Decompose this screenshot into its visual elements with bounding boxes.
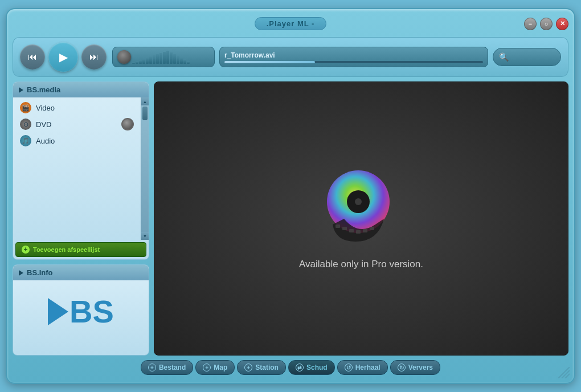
toolbar: ⏮ ▶ ⏭ r_Tomorrow.avi 🔍	[13, 37, 568, 77]
window-controls: − ○ ✕	[524, 18, 568, 30]
add-playlist-button[interactable]: + Toevoegen afspeellijst	[15, 242, 146, 257]
volume-bar-13	[177, 56, 179, 64]
track-info: r_Tomorrow.avi	[219, 47, 488, 67]
volume-bar-15	[183, 59, 186, 64]
svg-rect-5	[349, 229, 354, 232]
close-button[interactable]: ✕	[556, 18, 568, 30]
map-label: Map	[214, 364, 227, 371]
volume-bar-0	[132, 62, 135, 64]
bottom-btn-herhaal[interactable]: ↺Herhaal	[337, 360, 388, 375]
audio-label: Audio	[36, 137, 55, 145]
video-icon: 🎬	[20, 102, 31, 113]
media-panel-arrow	[19, 87, 23, 93]
volume-bar-6	[153, 55, 156, 64]
media-item-dvd[interactable]: ⊙ DVD	[13, 116, 141, 133]
volume-bar-7	[156, 54, 159, 64]
svg-rect-3	[335, 224, 340, 228]
play-button[interactable]: ▶	[48, 42, 78, 72]
window-title: .Player ML -	[255, 17, 327, 30]
dvd-dial[interactable]	[121, 118, 134, 130]
plus-icon: +	[22, 246, 30, 254]
svg-rect-4	[342, 227, 347, 230]
scrollbar-thumb[interactable]	[142, 107, 148, 120]
bottom-btn-station[interactable]: +Station	[237, 360, 286, 375]
bestand-label: Bestand	[159, 364, 186, 371]
media-item-audio[interactable]: 🎵 Audio	[13, 133, 141, 149]
bottom-btn-map[interactable]: +Map	[195, 360, 235, 375]
video-label: Video	[36, 104, 55, 112]
bottom-bar: +Bestand+Map+Station⇄Schud↺Herhaal↻Verve…	[13, 356, 568, 377]
herhaal-icon: ↺	[345, 364, 353, 371]
video-area: Available only in Pro version.	[154, 81, 568, 356]
media-panel-content: 🎬 Video ⊙ DVD 🎵 Audio	[13, 97, 149, 240]
corner-decoration	[558, 367, 570, 378]
app-window: .Player ML - − ○ ✕ ⏮ ▶ ⏭ r_Tomorrow.avi	[6, 8, 575, 384]
media-panel-title: BS.media	[27, 85, 60, 94]
info-panel: BS.Info BS	[13, 264, 149, 356]
rewind-button[interactable]: ⏮	[20, 44, 45, 70]
herhaal-label: Herhaal	[355, 364, 380, 371]
info-panel-title: BS.Info	[27, 268, 53, 277]
volume-bar-10	[166, 51, 169, 64]
bs-triangle-icon	[48, 298, 68, 325]
media-panel: BS.media 🎬 Video ⊙ DVD	[13, 81, 149, 260]
track-name: r_Tomorrow.avi	[224, 51, 483, 59]
playlist-button-label: Toevoegen afspeellijst	[33, 246, 100, 253]
media-item-video[interactable]: 🎬 Video	[13, 100, 141, 116]
volume-bars	[132, 50, 190, 64]
minimize-button[interactable]: −	[524, 18, 537, 30]
bottom-btn-ververs[interactable]: ↻Ververs	[390, 360, 440, 375]
fastforward-button[interactable]: ⏭	[81, 44, 107, 70]
volume-bar-1	[136, 61, 138, 64]
search-icon: 🔍	[499, 52, 509, 62]
volume-bar-9	[163, 52, 166, 64]
bottom-btn-schud[interactable]: ⇄Schud	[288, 360, 335, 375]
ververs-label: Ververs	[408, 364, 433, 371]
schud-label: Schud	[306, 364, 328, 371]
transport-controls: ⏮ ▶ ⏭	[20, 42, 107, 72]
station-label: Station	[255, 364, 279, 371]
media-scrollbar: ▲ ▼	[141, 97, 149, 240]
pro-version-message: Available only in Pro version.	[299, 259, 423, 270]
bs-logo-area: BS	[13, 280, 149, 343]
search-box[interactable]: 🔍	[493, 48, 561, 66]
volume-bar-14	[180, 58, 183, 64]
volume-bar-16	[187, 61, 190, 64]
media-panel-header: BS.media	[13, 82, 149, 97]
dvd-label: DVD	[36, 120, 51, 129]
volume-bar-5	[149, 56, 152, 64]
scrollbar-track	[141, 105, 149, 232]
svg-rect-7	[363, 229, 367, 232]
scrollbar-up-arrow[interactable]: ▲	[141, 97, 149, 105]
map-icon: +	[203, 364, 211, 371]
main-content: BS.media 🎬 Video ⊙ DVD	[13, 81, 568, 356]
svg-rect-6	[356, 230, 361, 234]
bs-logo-text: BS	[69, 296, 114, 328]
volume-knob[interactable]	[117, 50, 131, 64]
title-bar: .Player ML - − ○ ✕	[13, 15, 568, 32]
maximize-button[interactable]: ○	[540, 18, 553, 30]
scrollbar-down-arrow[interactable]: ▼	[141, 232, 149, 240]
info-panel-header: BS.Info	[13, 265, 149, 280]
volume-bar-11	[170, 52, 173, 64]
dvd-icon: ⊙	[20, 119, 31, 130]
station-icon: +	[244, 364, 252, 371]
volume-bar-4	[146, 58, 149, 64]
svg-rect-8	[370, 227, 374, 230]
schud-icon: ⇄	[296, 364, 304, 371]
volume-bar-12	[173, 54, 176, 64]
volume-track-area: r_Tomorrow.avi 🔍	[112, 47, 561, 67]
audio-icon: 🎵	[20, 135, 31, 146]
track-progress[interactable]	[224, 61, 483, 63]
ververs-icon: ↻	[398, 364, 406, 371]
bottom-btn-bestand[interactable]: +Bestand	[141, 360, 193, 375]
volume-bar[interactable]	[112, 47, 215, 67]
volume-bar-2	[139, 60, 142, 64]
svg-point-2	[355, 198, 362, 205]
bs-logo: BS	[48, 296, 114, 328]
cd-logo-graphic	[321, 168, 401, 247]
left-panel: BS.media 🎬 Video ⊙ DVD	[13, 81, 149, 356]
media-items-list: 🎬 Video ⊙ DVD 🎵 Audio	[13, 97, 141, 240]
info-panel-arrow	[19, 270, 23, 276]
video-panel: Available only in Pro version.	[154, 81, 568, 356]
